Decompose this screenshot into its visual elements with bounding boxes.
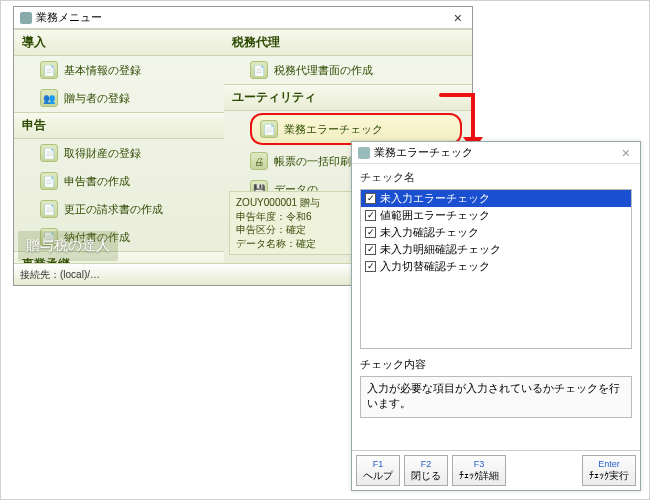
window-title: 業務メニュー bbox=[36, 10, 102, 25]
check-list[interactable]: ✓未入力エラーチェック✓値範囲エラーチェック✓未入力確認チェック✓未入力明細確認… bbox=[360, 189, 632, 349]
connection-label: 接続先：(local)/… bbox=[20, 268, 100, 282]
check-detail-button[interactable]: F3 ﾁｪｯｸ詳細 bbox=[452, 455, 506, 486]
check-list-item[interactable]: ✓値範囲エラーチェック bbox=[361, 207, 631, 224]
dialog-title: 業務エラーチェック bbox=[374, 145, 473, 160]
checkbox-icon[interactable]: ✓ bbox=[365, 227, 376, 238]
brand-label: 贈与税の達人 bbox=[18, 231, 118, 261]
checkbox-icon[interactable]: ✓ bbox=[365, 244, 376, 255]
menu-item-icon: 📄 bbox=[250, 61, 268, 79]
checkbox-icon[interactable]: ✓ bbox=[365, 210, 376, 221]
dialog-titlebar: 業務エラーチェック × bbox=[352, 142, 640, 164]
menu-item-icon: 📄 bbox=[40, 61, 58, 79]
check-list-item[interactable]: ✓入力切替確認チェック bbox=[361, 258, 631, 275]
section-head: ユーティリティ bbox=[224, 84, 472, 111]
menu-item-icon: 📄 bbox=[260, 120, 278, 138]
menu-item-icon: 📄 bbox=[40, 144, 58, 162]
check-list-item[interactable]: ✓未入力明細確認チェック bbox=[361, 241, 631, 258]
checkbox-icon[interactable]: ✓ bbox=[365, 193, 376, 204]
menu-item-icon: 📄 bbox=[40, 172, 58, 190]
menu-item[interactable]: 📄基本情報の登録 bbox=[14, 56, 224, 84]
section-head: 導入 bbox=[14, 29, 224, 56]
check-item-label: 入力切替確認チェック bbox=[380, 259, 490, 274]
menu-item[interactable]: 📄申告書の作成 bbox=[14, 167, 224, 195]
checkbox-icon[interactable]: ✓ bbox=[365, 261, 376, 272]
menu-item-label: 申告書の作成 bbox=[64, 174, 130, 189]
menu-item[interactable]: 📄税務代理書面の作成 bbox=[224, 56, 472, 84]
check-run-button[interactable]: Enter ﾁｪｯｸ実行 bbox=[582, 455, 636, 486]
dialog-button-bar: F1 ヘルプ F2 閉じる F3 ﾁｪｯｸ詳細 Enter ﾁｪｯｸ実行 bbox=[352, 450, 640, 490]
check-item-label: 未入力明細確認チェック bbox=[380, 242, 501, 257]
check-item-label: 未入力確認チェック bbox=[380, 225, 479, 240]
menu-item-label: 贈与者の登録 bbox=[64, 91, 130, 106]
close-icon[interactable]: × bbox=[450, 10, 466, 26]
menu-item[interactable]: 👥贈与者の登録 bbox=[14, 84, 224, 112]
menu-item-label: 更正の請求書の作成 bbox=[64, 202, 163, 217]
help-button[interactable]: F1 ヘルプ bbox=[356, 455, 400, 486]
check-name-label: チェック名 bbox=[360, 170, 632, 185]
titlebar: 業務メニュー × bbox=[14, 7, 472, 29]
close-button[interactable]: F2 閉じる bbox=[404, 455, 448, 486]
check-item-label: 値範囲エラーチェック bbox=[380, 208, 490, 223]
check-desc-text: 入力が必要な項目が入力されているかチェックを行います。 bbox=[360, 376, 632, 418]
menu-item-label: 帳票の一括印刷 bbox=[274, 154, 351, 169]
section-head: 申告 bbox=[14, 112, 224, 139]
check-list-item[interactable]: ✓未入力エラーチェック bbox=[361, 190, 631, 207]
app-icon bbox=[20, 12, 32, 24]
menu-item-label: 業務エラーチェック bbox=[284, 122, 383, 137]
section-head: 税務代理 bbox=[224, 29, 472, 56]
check-list-item[interactable]: ✓未入力確認チェック bbox=[361, 224, 631, 241]
menu-item[interactable]: 📄取得財産の登録 bbox=[14, 139, 224, 167]
menu-item-icon: 👥 bbox=[40, 89, 58, 107]
error-check-dialog: 業務エラーチェック × チェック名 ✓未入力エラーチェック✓値範囲エラーチェック… bbox=[351, 141, 641, 491]
check-desc-label: チェック内容 bbox=[360, 357, 632, 372]
dialog-icon bbox=[358, 147, 370, 159]
close-icon[interactable]: × bbox=[618, 145, 634, 161]
menu-item-label: 税務代理書面の作成 bbox=[274, 63, 373, 78]
menu-item-icon: 📄 bbox=[40, 200, 58, 218]
menu-item-icon: 🖨 bbox=[250, 152, 268, 170]
menu-item-label: 基本情報の登録 bbox=[64, 63, 141, 78]
menu-item[interactable]: 📄更正の請求書の作成 bbox=[14, 195, 224, 223]
menu-item-label: 取得財産の登録 bbox=[64, 146, 141, 161]
check-item-label: 未入力エラーチェック bbox=[380, 191, 490, 206]
